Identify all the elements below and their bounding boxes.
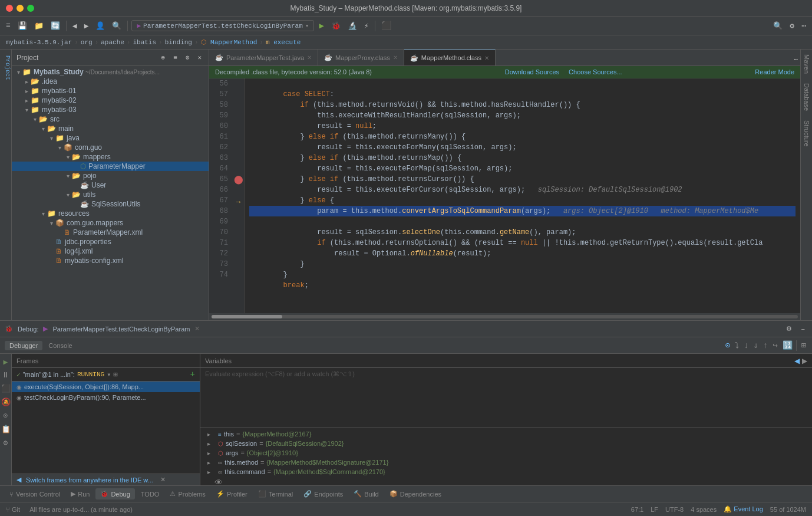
minimize-window-button[interactable] [16, 5, 24, 12]
tree-item-com-guo-mappers[interactable]: ▾ 📦 com.guo.mappers [12, 218, 209, 228]
step-out-btn[interactable]: ↑ [762, 340, 769, 351]
tab-close-1[interactable]: ✕ [393, 54, 398, 61]
tree-item-idea[interactable]: ▸ 📂 .idea [12, 77, 209, 86]
toolbar-save-btn[interactable]: 💾 [15, 20, 29, 32]
close-sidebar-btn[interactable]: ✕ [195, 52, 204, 63]
toolbar-menu-btn[interactable]: ≡ [4, 20, 13, 31]
breadcrumb-execute[interactable]: m execute [266, 39, 301, 46]
var-this[interactable]: ▸ ≡ this = {MapperMethod@2167} [200, 429, 812, 439]
build-tab[interactable]: 🔨 Build [349, 488, 383, 499]
breadcrumb-jar[interactable]: mybatis-3.5.9.jar [6, 39, 72, 46]
tree-item-pojo[interactable]: ▾ 📂 pojo [12, 171, 209, 180]
tab-settings-btn[interactable]: ⋯ [791, 53, 800, 65]
breadcrumb-org[interactable]: org [81, 39, 93, 46]
project-settings-btn[interactable]: ⚙ [183, 52, 192, 63]
terminal-tab[interactable]: ⬛ Terminal [253, 488, 298, 499]
memory-indicator[interactable]: 55 of 1024M [770, 506, 806, 513]
nav-next-btn[interactable]: ▶ [802, 357, 807, 365]
status-position[interactable]: 67:1 [631, 506, 643, 513]
force-step-into-btn[interactable]: ⇓ [752, 339, 759, 351]
breadcrumb-mapper-method[interactable]: ⬡ MapperMethod [201, 38, 258, 46]
tree-item-utils[interactable]: ▾ 📂 utils [12, 190, 209, 199]
var-this-command[interactable]: ▸ ∞ this.command = {MapperMethod$SqlComm… [200, 467, 812, 476]
tab-close-0[interactable]: ✕ [307, 54, 312, 61]
tab-mapper-method[interactable]: ☕ MapperMethod.class ✕ [404, 50, 496, 65]
tab-mapper-proxy[interactable]: ☕ MapperProxy.class ✕ [318, 50, 404, 65]
tree-item-log4j-xml[interactable]: 🗎 log4j.xml [12, 247, 209, 256]
close-window-button[interactable] [6, 5, 13, 12]
tree-item-main[interactable]: ▾ 📂 main [12, 124, 209, 133]
status-indent[interactable]: 4 spaces [691, 506, 717, 513]
version-control-tab[interactable]: ⑂ Version Control [5, 489, 65, 499]
show-execution-point-btn[interactable]: ⊙ [724, 339, 731, 351]
toolbar-open-btn[interactable]: 📁 [32, 20, 46, 32]
tree-item-resources[interactable]: ▾ 📁 resources [12, 209, 209, 218]
dependencies-tab[interactable]: 📦 Dependencies [385, 488, 446, 499]
step-into-btn[interactable]: ↓ [742, 340, 750, 351]
breakpoint-65[interactable]: ⬤ [233, 174, 244, 186]
tree-item-sqlsession-utils[interactable]: ☕ SqlSessionUtils [12, 199, 209, 209]
code-content[interactable]: case SELECT: if (this.method.returnsVoid… [245, 78, 800, 313]
status-encoding[interactable]: UTF-8 [665, 506, 684, 513]
run-to-cursor-btn[interactable]: ↪ [771, 339, 778, 351]
toolbar-back-btn[interactable]: ◀ [70, 20, 80, 32]
reader-mode-button[interactable]: Reader Mode [755, 68, 794, 75]
stop-button[interactable]: ⬛ [379, 19, 394, 32]
step-over-btn[interactable]: ⤵ [734, 340, 740, 351]
resume-btn[interactable]: ▶ [0, 356, 12, 368]
tree-item-mybatis-02[interactable]: ▸ 📁 mybatis-02 [12, 96, 209, 105]
problems-tab[interactable]: ⚠ Problems [165, 488, 210, 499]
tree-item-mybatis-study[interactable]: ▾ 📁 Mybatis_Study ~/Documents/IdeaProjec… [12, 67, 209, 77]
var-this-method[interactable]: ▸ ∞ this.method = {MapperMethod$MethodSi… [200, 458, 812, 467]
debug-settings-btn[interactable]: ⚙ [784, 324, 794, 334]
tree-item-com-guo[interactable]: ▾ 📦 com.guo [12, 143, 209, 152]
tree-item-parameter-mapper[interactable]: ⬡ ParameterMapper [12, 162, 209, 171]
project-icon[interactable]: Project [0, 52, 12, 84]
toolbar-nav-btn[interactable]: 👤 [93, 20, 107, 32]
download-sources-link[interactable]: Download Sources [505, 68, 559, 75]
toolbar-search-btn[interactable]: 🔍 [771, 20, 785, 32]
run-tab[interactable]: ▶ Run [66, 488, 94, 499]
run-button[interactable]: ▶ [316, 19, 326, 32]
debug-tab-bottom[interactable]: 🐞 Debug [95, 488, 134, 499]
coverage-button[interactable]: 🔬 [345, 20, 359, 32]
restore-layout-btn[interactable]: ⊞ [800, 339, 807, 351]
debug-close-btn[interactable]: ✕ [194, 325, 200, 333]
tab-close-2[interactable]: ✕ [484, 55, 489, 61]
watch-expression-input[interactable]: Evaluate expression (⌥F8) or add a watch… [200, 368, 812, 428]
structure-panel-label[interactable]: Structure [802, 116, 811, 152]
mute-bp-btn[interactable]: 🔕 [0, 396, 12, 408]
thread-filter-btn[interactable]: ⊞ [113, 370, 117, 379]
frame-item-test[interactable]: ◉ testCheckLoginByParam():90, Paramete..… [12, 392, 200, 403]
code-editor[interactable]: 56575859 60616263 64656667 68697071 7273… [209, 78, 800, 313]
pause-btn[interactable]: ⏸ [0, 370, 12, 381]
debug-settings-side-btn[interactable]: ⚙ [0, 437, 12, 449]
choose-sources-link[interactable]: Choose Sources... [569, 68, 622, 75]
debug-minimize-btn[interactable]: − [799, 324, 807, 334]
tree-item-parameter-mapper-xml[interactable]: 🗎 ParameterMapper.xml [12, 228, 209, 237]
get-threads-dump-btn[interactable]: 📋 [0, 423, 12, 435]
add-watch-btn[interactable]: + [190, 370, 195, 379]
event-log-link[interactable]: 🔔 Event Log [724, 505, 763, 513]
stop-debug-btn[interactable]: ⬛ [0, 383, 12, 395]
evaluate-expression-btn[interactable]: 🔢 [781, 339, 794, 351]
var-sql-session[interactable]: ▸ ⬡ sqlSession = {DefaultSqlSession@1902… [200, 439, 812, 448]
tree-item-jdbc-properties[interactable]: 🗎 jdbc.properties [12, 237, 209, 247]
breadcrumb-apache[interactable]: apache [101, 39, 124, 46]
todo-tab[interactable]: TODO [136, 489, 164, 499]
tree-item-java[interactable]: ▾ 📁 java [12, 133, 209, 143]
database-panel-label[interactable]: Database [802, 78, 811, 116]
frame-item-execute[interactable]: ◉ execute(SqlSession, Object[]):86, Mapp… [12, 382, 200, 392]
toolbar-search-code-btn[interactable]: 🔍 [110, 20, 124, 32]
var-args[interactable]: ▸ ⬡ args = {Object[2]@1910} [200, 448, 812, 458]
horizontal-scrollbar[interactable] [209, 313, 800, 320]
tree-item-mappers[interactable]: ▾ 📂 mappers [12, 152, 209, 162]
tree-item-mybatis-01[interactable]: ▸ 📁 mybatis-01 [12, 86, 209, 96]
collapse-all-btn[interactable]: ≡ [171, 53, 180, 63]
tree-item-src[interactable]: ▾ 📂 src [12, 114, 209, 124]
maximize-window-button[interactable] [27, 5, 34, 12]
maven-panel-label[interactable]: Maven [802, 50, 811, 78]
add-content-root-btn[interactable]: ⊕ [159, 52, 168, 63]
scroll-thumb[interactable] [212, 315, 282, 318]
debugger-tab[interactable]: Debugger [5, 341, 42, 350]
